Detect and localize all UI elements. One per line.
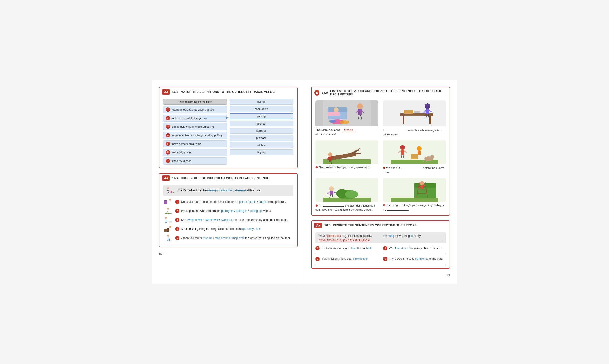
match-ans-1: chop down	[230, 106, 293, 112]
listen-1: ❶ The tree in our backyard died, so we h…	[316, 140, 378, 174]
section-16-3-content: take something off the floor pull up 1 r…	[159, 97, 297, 168]
svg-rect-42	[316, 93, 318, 94]
section-16-6-title: REWRITE THE SENTENCES CORRECTING THE ERR…	[333, 224, 417, 227]
svg-rect-8	[171, 191, 172, 193]
section-16-5-content: This room is a mess! Pick up all these c…	[312, 98, 450, 215]
section-16-5: 16.5 LISTEN TO THE AUDIO AND COMPLETE TH…	[311, 87, 450, 216]
listen-main: This room is a mess! Pick up all these c…	[316, 100, 378, 137]
item1-image	[316, 140, 378, 164]
rewrite-5: 5 There was a mess to clean on after the…	[383, 257, 446, 265]
sent4-correct1: up	[241, 227, 245, 231]
item5-text: ❺ The hedge in Doug's yard was getting t…	[383, 203, 446, 212]
section-16-6: Aa 16.6 REWRITE THE SENTENCES CORRECTING…	[311, 221, 450, 269]
sent3-wrong1: swept down	[187, 218, 202, 221]
section-16-5-header: 16.5 LISTEN TO THE AUDIO AND COMPLETE TH…	[312, 88, 450, 98]
item5-image	[383, 178, 446, 202]
sentence-3: 3 Karl swept down / swept over / swept u…	[163, 216, 293, 223]
match-ans-3: take out	[230, 121, 293, 127]
svg-line-24	[166, 220, 168, 221]
sent5-wrong2: mop over	[232, 236, 244, 240]
correct-word: clear away	[219, 189, 232, 192]
page-number-right: 81	[311, 273, 450, 277]
match-ans-7: tidy up	[230, 149, 293, 155]
main-text: This room is a mess! Pick up all these c…	[316, 128, 378, 136]
match-top-answer: pull up	[230, 99, 293, 104]
sentence-2: 2 Paul spent the whole afternoon pulling…	[163, 207, 293, 214]
sent1-correct: put up	[239, 200, 247, 204]
svg-line-96	[426, 160, 426, 163]
match-ans-6: pitch in	[230, 142, 293, 148]
example-text: Elliot's dad told him to clear up / clea…	[178, 188, 261, 193]
rewrite-5-blank	[383, 261, 446, 265]
rewrite-2-blue: throw it over	[353, 257, 368, 260]
match-top-left: take something off the floor	[163, 99, 227, 104]
messy-room-svg	[323, 100, 371, 127]
listen-num-4: ❹	[383, 167, 386, 169]
svg-rect-27	[169, 221, 172, 223]
section-16-6-content: We all pitched out to get it finished qu…	[312, 230, 450, 268]
wrong-word-1: clear up	[207, 189, 217, 192]
match-rows-right: chop down pick up	[230, 106, 293, 165]
item1-blank	[316, 170, 337, 173]
svg-point-12	[169, 199, 171, 201]
svg-point-14	[167, 208, 169, 210]
section-16-4-label: CROSS OUT THE INCORRECT WORDS IN EACH SE…	[181, 176, 269, 180]
match-rows-left: 1 return an object to its original place…	[163, 106, 227, 165]
svg-rect-51	[358, 109, 360, 115]
svg-point-49	[357, 104, 363, 109]
rewrite-example-row: We all pitched out to get it finished qu…	[318, 234, 443, 242]
svg-point-62	[425, 104, 430, 109]
in-word: in	[410, 234, 413, 237]
page-number-left: 80	[159, 252, 298, 256]
rewrite-5-blue: clean on	[415, 257, 425, 260]
sent5-wrong1: mop around	[215, 236, 230, 240]
speaker-svg	[315, 91, 318, 94]
sent3-icon	[163, 216, 173, 223]
page-left: Aa 16.3 MATCH THE DEFINITIONS TO THE COR…	[152, 80, 304, 284]
rewrite-num-5: 5	[383, 257, 387, 261]
sent2-correct: pulling up	[250, 209, 262, 213]
num-1: 1	[166, 107, 170, 112]
main-image	[316, 100, 378, 127]
page-spread: Aa 16.3 MATCH THE DEFINITIONS TO THE COR…	[152, 80, 457, 284]
rewrite-example: We all pitched out to get it finished qu…	[316, 232, 446, 244]
sent3-scene	[163, 216, 172, 223]
wrong-word-2: clear out	[235, 189, 246, 192]
rewrite-4-blank	[383, 251, 446, 254]
right2-image	[383, 140, 446, 164]
rewrite-4-blue: cleared over	[394, 247, 409, 249]
item1-text: ❶ The tree in our backyard died, so we h…	[316, 166, 378, 174]
match-ans-2: pick up	[230, 113, 293, 119]
wrong-pitched: pitched out	[327, 234, 341, 237]
svg-point-84	[400, 145, 405, 150]
right1-text: I the table each evening after we've eat…	[383, 128, 446, 137]
example-sentence: Elliot's dad told him to clear up / clea…	[163, 185, 293, 196]
svg-point-41	[316, 91, 318, 93]
section-16-4-content: Elliot's dad told him to clear up / clea…	[159, 182, 297, 247]
rewrite-1-blank	[316, 251, 378, 254]
match-ans-4: wash up	[230, 128, 293, 134]
num-3: 3	[166, 125, 170, 129]
svg-point-102	[329, 186, 334, 191]
num-5: 5	[166, 142, 170, 146]
item5-blank	[387, 207, 408, 211]
svg-rect-91	[418, 151, 421, 155]
sent2-icon	[163, 207, 173, 214]
listen-2: ❷ I'm the lavender bushes so I can move …	[316, 178, 378, 212]
match-def-5: 5 move something outside	[163, 140, 227, 147]
svg-point-76	[328, 152, 332, 157]
example-scene-icon	[166, 187, 175, 194]
svg-rect-68	[404, 110, 413, 114]
rewrite-num-2: 2	[316, 257, 320, 261]
rewrite-2-blank	[316, 261, 378, 265]
sent4-icon	[163, 225, 173, 233]
svg-rect-57	[328, 112, 340, 116]
svg-point-101	[345, 190, 358, 198]
match-def-7: 7 clean the dishes	[163, 157, 227, 165]
sent2-wrong1: pulling on	[221, 209, 233, 213]
listen-right1: I the table each evening after we've eat…	[383, 100, 446, 137]
rewrite-ian-sentence: Ian hung his washing in to dry.	[383, 234, 443, 237]
sent-num-4: 4	[175, 227, 179, 231]
section-16-6-header: Aa 16.6 REWRITE THE SENTENCES CORRECTING…	[312, 221, 450, 230]
sent5-text: 5 Jason told me to mop up / mop around /…	[175, 236, 291, 240]
